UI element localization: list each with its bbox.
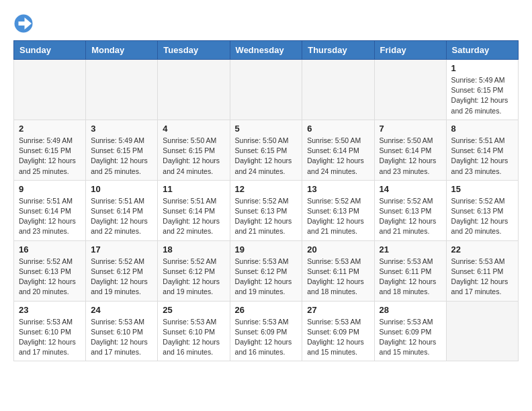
calendar-cell: 18Sunrise: 5:52 AM Sunset: 6:12 PM Dayli… <box>158 240 230 301</box>
calendar-cell: 19Sunrise: 5:53 AM Sunset: 6:12 PM Dayli… <box>230 240 302 301</box>
calendar-cell: 3Sunrise: 5:49 AM Sunset: 6:15 PM Daylig… <box>86 120 158 180</box>
day-info: Sunrise: 5:51 AM Sunset: 6:14 PM Dayligh… <box>91 196 152 237</box>
day-info: Sunrise: 5:50 AM Sunset: 6:15 PM Dayligh… <box>163 136 224 177</box>
calendar-cell <box>302 60 374 120</box>
day-number: 25 <box>163 305 224 315</box>
calendar-cell <box>374 60 446 120</box>
calendar-row: 16Sunrise: 5:52 AM Sunset: 6:13 PM Dayli… <box>14 240 519 301</box>
day-info: Sunrise: 5:52 AM Sunset: 6:13 PM Dayligh… <box>19 257 81 298</box>
day-info: Sunrise: 5:53 AM Sunset: 6:09 PM Dayligh… <box>235 317 298 358</box>
calendar-cell: 8Sunrise: 5:51 AM Sunset: 6:14 PM Daylig… <box>446 120 518 180</box>
day-info: Sunrise: 5:50 AM Sunset: 6:15 PM Dayligh… <box>235 136 298 177</box>
day-number: 4 <box>163 124 224 134</box>
day-number: 10 <box>91 184 152 194</box>
day-number: 22 <box>451 244 513 255</box>
calendar-cell: 27Sunrise: 5:53 AM Sunset: 6:09 PM Dayli… <box>302 301 374 361</box>
day-number: 21 <box>380 244 441 255</box>
calendar-cell: 26Sunrise: 5:53 AM Sunset: 6:09 PM Dayli… <box>230 301 302 361</box>
calendar-table: SundayMondayTuesdayWednesdayThursdayFrid… <box>13 40 519 361</box>
calendar-cell <box>446 301 518 361</box>
calendar-cell: 21Sunrise: 5:53 AM Sunset: 6:11 PM Dayli… <box>374 240 446 301</box>
weekday-header: Sunday <box>14 41 86 60</box>
day-info: Sunrise: 5:53 AM Sunset: 6:11 PM Dayligh… <box>380 257 441 298</box>
day-info: Sunrise: 5:52 AM Sunset: 6:13 PM Dayligh… <box>235 196 298 237</box>
day-info: Sunrise: 5:52 AM Sunset: 6:13 PM Dayligh… <box>307 196 369 237</box>
weekday-header: Wednesday <box>230 41 302 60</box>
calendar-row: 9Sunrise: 5:51 AM Sunset: 6:14 PM Daylig… <box>14 180 519 240</box>
calendar-cell: 20Sunrise: 5:53 AM Sunset: 6:11 PM Dayli… <box>302 240 374 301</box>
calendar-cell: 9Sunrise: 5:51 AM Sunset: 6:14 PM Daylig… <box>14 180 86 240</box>
day-number: 11 <box>163 184 224 194</box>
calendar-cell: 11Sunrise: 5:51 AM Sunset: 6:14 PM Dayli… <box>158 180 230 240</box>
calendar-row: 23Sunrise: 5:53 AM Sunset: 6:10 PM Dayli… <box>14 301 519 361</box>
weekday-header: Thursday <box>302 41 374 60</box>
day-number: 7 <box>380 124 441 134</box>
calendar-cell: 12Sunrise: 5:52 AM Sunset: 6:13 PM Dayli… <box>230 180 302 240</box>
day-info: Sunrise: 5:52 AM Sunset: 6:13 PM Dayligh… <box>380 196 441 237</box>
weekday-header: Saturday <box>446 41 518 60</box>
day-info: Sunrise: 5:50 AM Sunset: 6:14 PM Dayligh… <box>380 136 441 177</box>
calendar-cell: 2Sunrise: 5:49 AM Sunset: 6:15 PM Daylig… <box>14 120 86 180</box>
day-number: 13 <box>307 184 369 194</box>
day-info: Sunrise: 5:50 AM Sunset: 6:14 PM Dayligh… <box>307 136 369 177</box>
page-header <box>13 13 519 34</box>
day-info: Sunrise: 5:51 AM Sunset: 6:14 PM Dayligh… <box>163 196 224 237</box>
day-number: 27 <box>307 305 369 315</box>
calendar-cell: 4Sunrise: 5:50 AM Sunset: 6:15 PM Daylig… <box>158 120 230 180</box>
day-number: 24 <box>91 305 152 315</box>
logo <box>13 13 36 34</box>
calendar-cell <box>14 60 86 120</box>
calendar-cell: 14Sunrise: 5:52 AM Sunset: 6:13 PM Dayli… <box>374 180 446 240</box>
day-number: 9 <box>19 184 81 194</box>
day-info: Sunrise: 5:49 AM Sunset: 6:15 PM Dayligh… <box>19 136 81 177</box>
day-number: 20 <box>307 244 369 255</box>
day-info: Sunrise: 5:53 AM Sunset: 6:09 PM Dayligh… <box>307 317 369 358</box>
calendar-cell: 22Sunrise: 5:53 AM Sunset: 6:11 PM Dayli… <box>446 240 518 301</box>
day-number: 19 <box>235 244 298 255</box>
calendar-cell <box>158 60 230 120</box>
day-number: 28 <box>380 305 441 315</box>
day-info: Sunrise: 5:49 AM Sunset: 6:15 PM Dayligh… <box>91 136 152 177</box>
weekday-header: Monday <box>86 41 158 60</box>
day-info: Sunrise: 5:53 AM Sunset: 6:10 PM Dayligh… <box>163 317 224 358</box>
calendar-body: 1Sunrise: 5:49 AM Sunset: 6:15 PM Daylig… <box>14 60 519 361</box>
calendar-cell: 16Sunrise: 5:52 AM Sunset: 6:13 PM Dayli… <box>14 240 86 301</box>
day-info: Sunrise: 5:53 AM Sunset: 6:10 PM Dayligh… <box>19 317 81 358</box>
calendar-cell: 7Sunrise: 5:50 AM Sunset: 6:14 PM Daylig… <box>374 120 446 180</box>
weekday-header: Tuesday <box>158 41 230 60</box>
day-number: 26 <box>235 305 298 315</box>
logo-icon <box>13 13 34 34</box>
day-number: 5 <box>235 124 298 134</box>
calendar-cell: 28Sunrise: 5:53 AM Sunset: 6:09 PM Dayli… <box>374 301 446 361</box>
day-info: Sunrise: 5:53 AM Sunset: 6:12 PM Dayligh… <box>235 257 298 298</box>
calendar-cell: 23Sunrise: 5:53 AM Sunset: 6:10 PM Dayli… <box>14 301 86 361</box>
calendar-cell: 5Sunrise: 5:50 AM Sunset: 6:15 PM Daylig… <box>230 120 302 180</box>
day-number: 12 <box>235 184 298 194</box>
calendar-cell <box>230 60 302 120</box>
calendar-cell: 13Sunrise: 5:52 AM Sunset: 6:13 PM Dayli… <box>302 180 374 240</box>
calendar-cell: 24Sunrise: 5:53 AM Sunset: 6:10 PM Dayli… <box>86 301 158 361</box>
day-number: 3 <box>91 124 152 134</box>
calendar-cell: 15Sunrise: 5:52 AM Sunset: 6:13 PM Dayli… <box>446 180 518 240</box>
calendar-cell <box>86 60 158 120</box>
calendar-row: 1Sunrise: 5:49 AM Sunset: 6:15 PM Daylig… <box>14 60 519 120</box>
calendar-header: SundayMondayTuesdayWednesdayThursdayFrid… <box>14 41 519 60</box>
day-number: 17 <box>91 244 152 255</box>
day-info: Sunrise: 5:53 AM Sunset: 6:10 PM Dayligh… <box>91 317 152 358</box>
calendar-cell: 6Sunrise: 5:50 AM Sunset: 6:14 PM Daylig… <box>302 120 374 180</box>
day-number: 6 <box>307 124 369 134</box>
day-number: 15 <box>451 184 513 194</box>
calendar-row: 2Sunrise: 5:49 AM Sunset: 6:15 PM Daylig… <box>14 120 519 180</box>
day-info: Sunrise: 5:49 AM Sunset: 6:15 PM Dayligh… <box>451 75 513 116</box>
calendar-cell: 10Sunrise: 5:51 AM Sunset: 6:14 PM Dayli… <box>86 180 158 240</box>
day-info: Sunrise: 5:52 AM Sunset: 6:13 PM Dayligh… <box>451 196 513 237</box>
day-number: 14 <box>380 184 441 194</box>
calendar-cell: 17Sunrise: 5:52 AM Sunset: 6:12 PM Dayli… <box>86 240 158 301</box>
day-info: Sunrise: 5:53 AM Sunset: 6:11 PM Dayligh… <box>451 257 513 298</box>
day-info: Sunrise: 5:52 AM Sunset: 6:12 PM Dayligh… <box>91 257 152 298</box>
day-number: 2 <box>19 124 81 134</box>
day-number: 18 <box>163 244 224 255</box>
calendar-cell: 25Sunrise: 5:53 AM Sunset: 6:10 PM Dayli… <box>158 301 230 361</box>
day-info: Sunrise: 5:51 AM Sunset: 6:14 PM Dayligh… <box>19 196 81 237</box>
day-info: Sunrise: 5:53 AM Sunset: 6:11 PM Dayligh… <box>307 257 369 298</box>
